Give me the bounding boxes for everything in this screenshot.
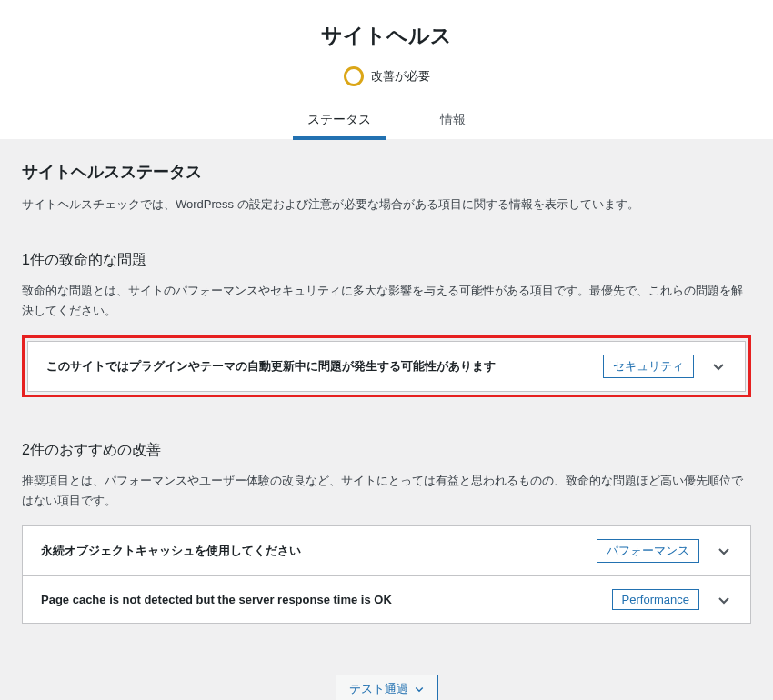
issue-right: セキュリティ xyxy=(603,355,727,378)
issue-badge-security: セキュリティ xyxy=(603,355,694,378)
chevron-down-icon xyxy=(414,684,425,695)
tabs: ステータス 情報 xyxy=(0,101,773,139)
critical-issue-item[interactable]: このサイトではプラグインやテーマの自動更新中に問題が発生する可能性があります セ… xyxy=(27,341,746,392)
passed-tests-row: テスト通過 xyxy=(22,667,751,700)
critical-highlight: このサイトではプラグインやテーマの自動更新中に問題が発生する可能性があります セ… xyxy=(22,335,751,397)
issue-title: 永続オブジェクトキャッシュを使用してください xyxy=(41,543,597,559)
recommended-heading: 2件のおすすめの改善 xyxy=(22,441,751,460)
chevron-down-icon xyxy=(710,358,727,375)
recommended-issue-item[interactable]: Page cache is not detected but the serve… xyxy=(22,575,751,624)
tab-status[interactable]: ステータス xyxy=(300,101,378,139)
recommended-issue-item[interactable]: 永続オブジェクトキャッシュを使用してください パフォーマンス xyxy=(22,525,751,576)
issue-badge-performance: Performance xyxy=(612,589,699,610)
issue-title: このサイトではプラグインやテーマの自動更新中に問題が発生する可能性があります xyxy=(46,358,603,375)
page-title: サイトヘルス xyxy=(0,22,773,50)
issue-right: パフォーマンス xyxy=(597,539,732,563)
tab-info[interactable]: 情報 xyxy=(433,101,473,139)
recommended-desc: 推奨項目とは、パフォーマンスやユーザー体験の改良など、サイトにとっては有益と思わ… xyxy=(22,471,751,511)
chevron-down-icon xyxy=(716,592,732,608)
passed-tests-button[interactable]: テスト通過 xyxy=(336,675,438,700)
status-indicator: 改善が必要 xyxy=(0,66,773,86)
issue-badge-performance: パフォーマンス xyxy=(597,539,699,563)
status-label: 改善が必要 xyxy=(371,68,430,85)
chevron-down-icon xyxy=(716,543,732,559)
page-header: サイトヘルス 改善が必要 ステータス 情報 xyxy=(0,0,773,139)
status-desc: サイトヘルスチェックでは、WordPress の設定および注意が必要な場合がある… xyxy=(22,195,751,215)
status-heading: サイトヘルスステータス xyxy=(22,161,751,183)
passed-tests-label: テスト通過 xyxy=(349,681,408,697)
status-circle-icon xyxy=(344,66,364,86)
content: サイトヘルスステータス サイトヘルスチェックでは、WordPress の設定およ… xyxy=(0,139,773,700)
critical-desc: 致命的な問題とは、サイトのパフォーマンスやセキュリティに多大な影響を与える可能性… xyxy=(22,281,751,321)
issue-right: Performance xyxy=(612,589,732,610)
issue-title: Page cache is not detected but the serve… xyxy=(41,593,612,606)
recommended-list: 永続オブジェクトキャッシュを使用してください パフォーマンス Page cach… xyxy=(22,525,751,624)
critical-heading: 1件の致命的な問題 xyxy=(22,251,751,270)
